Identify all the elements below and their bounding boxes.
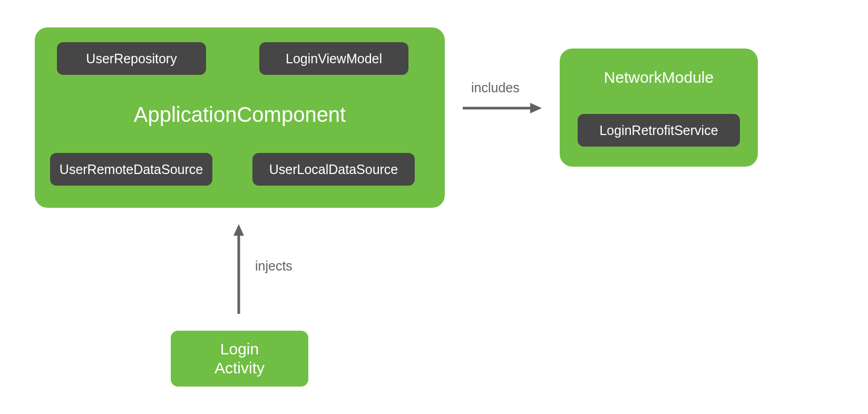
login-activity-block: Login Activity — [171, 331, 308, 387]
network-module-block — [560, 49, 758, 167]
pill-user-local-data-source: UserLocalDataSource — [252, 153, 415, 186]
svg-marker-1 — [530, 103, 542, 113]
application-component-title: ApplicationComponent — [35, 103, 445, 127]
pill-user-repository: UserRepository — [57, 42, 206, 75]
pill-user-repository-label: UserRepository — [86, 51, 177, 66]
login-activity-line2: Activity — [214, 359, 265, 378]
pill-user-remote-data-source: UserRemoteDataSource — [50, 153, 212, 186]
login-activity-line1: Login — [214, 340, 265, 359]
pill-login-retrofit-service-label: LoginRetrofitService — [599, 123, 718, 138]
pill-login-retrofit-service: LoginRetrofitService — [578, 114, 740, 147]
pill-login-view-model-label: LoginViewModel — [286, 51, 382, 66]
includes-label: includes — [471, 80, 520, 95]
includes-arrow-icon — [463, 100, 542, 116]
pill-login-view-model: LoginViewModel — [259, 42, 408, 75]
svg-marker-3 — [233, 224, 244, 236]
injects-arrow-icon — [231, 224, 247, 314]
injects-label: injects — [255, 258, 292, 274]
pill-user-remote-data-source-label: UserRemoteDataSource — [60, 162, 203, 177]
network-module-title: NetworkModule — [560, 69, 758, 86]
pill-user-local-data-source-label: UserLocalDataSource — [269, 162, 398, 177]
